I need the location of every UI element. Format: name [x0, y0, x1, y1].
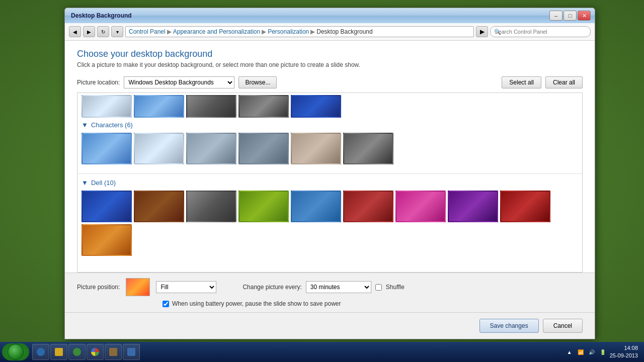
- characters-header: ▼ Characters (6): [82, 121, 578, 129]
- clear-all-button[interactable]: Clear all: [545, 76, 583, 88]
- folder-icon: [55, 348, 63, 356]
- battery-label: When using battery power, pause the slid…: [172, 300, 341, 307]
- characters-arrow[interactable]: ▼: [82, 121, 88, 129]
- dell-grid: [82, 191, 578, 260]
- thumb-partial-4[interactable]: [238, 95, 289, 118]
- battery-row: When using battery power, pause the slid…: [163, 300, 583, 307]
- minimize-button[interactable]: –: [549, 11, 562, 21]
- tray-icon-volume[interactable]: 🔊: [588, 348, 596, 356]
- taskbar-item-camera[interactable]: [105, 344, 122, 360]
- search-input[interactable]: [490, 26, 591, 37]
- clock-time: 14:08: [610, 344, 638, 352]
- browse-button[interactable]: Browse...: [238, 76, 277, 88]
- taskbar-item-desktop[interactable]: [123, 344, 140, 360]
- breadcrumb-personalization[interactable]: Personalization: [268, 28, 309, 35]
- dell-thumb-8[interactable]: [448, 191, 498, 222]
- tray-icon-battery[interactable]: 🔋: [599, 348, 607, 356]
- refresh-button[interactable]: ↻: [97, 26, 109, 37]
- thumb-partial-1[interactable]: [82, 95, 132, 118]
- battery-checkbox[interactable]: [163, 301, 169, 307]
- characters-section: ▼ Characters (6) Characters img19: [77, 118, 582, 171]
- change-label: Change picture every:: [243, 284, 301, 291]
- gallery-area[interactable]: ▼ Characters (6) Characters img19: [77, 93, 583, 273]
- maximize-button[interactable]: □: [564, 11, 577, 21]
- dell-thumb-5[interactable]: [291, 191, 341, 222]
- cancel-button[interactable]: Cancel: [543, 319, 583, 333]
- back-button[interactable]: ◀: [69, 26, 81, 37]
- characters-thumb-5[interactable]: [291, 133, 341, 164]
- forward-button[interactable]: ▶: [83, 26, 95, 37]
- taskbar-item-ie[interactable]: [32, 344, 49, 360]
- search-wrapper: 🔍: [490, 26, 591, 37]
- characters-grid: Characters img19: [82, 133, 578, 168]
- characters-thumb-4[interactable]: [238, 133, 289, 164]
- media-icon: [73, 348, 81, 356]
- system-clock: 14:08 25-09-2013: [610, 344, 638, 360]
- taskbar-item-chrome[interactable]: [87, 344, 104, 360]
- interval-select[interactable]: 30 minutes 10 minutes 1 hour: [306, 281, 371, 293]
- taskbar: ▲ 📶 🔊 🔋 14:08 25-09-2013: [0, 342, 644, 362]
- breadcrumb-control-panel[interactable]: Control Panel: [129, 28, 166, 35]
- shuffle-label: Shuffle: [386, 284, 405, 291]
- dell-header: ▼ Dell (10): [82, 179, 578, 187]
- dell-label: Dell (10): [91, 179, 116, 187]
- position-label: Picture position:: [77, 284, 120, 291]
- start-button[interactable]: [2, 343, 29, 360]
- dell-thumb-7[interactable]: [395, 191, 446, 222]
- start-orb: [8, 344, 24, 360]
- position-preview[interactable]: [126, 278, 150, 296]
- dell-thumb-4[interactable]: [238, 191, 289, 222]
- location-select[interactable]: Windows Desktop Backgrounds: [124, 76, 234, 88]
- address-path[interactable]: Control Panel ▶ Appearance and Personali…: [125, 26, 474, 37]
- dell-thumb-6[interactable]: [343, 191, 393, 222]
- bottom-controls: Picture position: Fill Fit Stretch Tile …: [65, 273, 595, 312]
- content-area: Choose your desktop background Click a p…: [65, 41, 595, 312]
- characters-thumb-6[interactable]: Characters img19: [343, 133, 393, 164]
- dell-thumb-3[interactable]: [186, 191, 236, 222]
- dell-arrow[interactable]: ▼: [82, 179, 88, 187]
- save-button[interactable]: Save changes: [479, 319, 539, 333]
- dell-thumb-1[interactable]: [82, 191, 132, 222]
- thumb-partial-5[interactable]: [291, 95, 341, 118]
- page-header: Choose your desktop background Click a p…: [65, 41, 595, 72]
- characters-label: Characters (6): [91, 121, 133, 129]
- page-title: Choose your desktop background: [77, 49, 583, 59]
- breadcrumb-appearance[interactable]: Appearance and Personalization: [173, 28, 260, 35]
- clock-date: 25-09-2013: [610, 352, 638, 359]
- characters-thumb-3[interactable]: [186, 133, 236, 164]
- dell-thumb-10[interactable]: [82, 224, 132, 256]
- address-bar: ◀ ▶ ↻ ▾ Control Panel ▶ Appearance and P…: [65, 23, 595, 41]
- taskbar-item-folder[interactable]: [50, 344, 67, 360]
- close-button[interactable]: ✕: [578, 11, 591, 21]
- dell-thumb-2[interactable]: [134, 191, 184, 222]
- tray-icon-1[interactable]: ▲: [566, 348, 574, 356]
- thumb-partial-3[interactable]: [186, 95, 236, 118]
- camera-icon: [109, 348, 117, 356]
- dell-thumb-9[interactable]: [500, 191, 550, 222]
- dell-section: ▼ Dell (10): [77, 176, 582, 263]
- window-title: Desktop Background: [69, 12, 548, 19]
- shuffle-checkbox[interactable]: [375, 284, 382, 291]
- position-row: Picture position: Fill Fit Stretch Tile …: [77, 278, 583, 296]
- breadcrumb-current: Desktop Background: [316, 28, 372, 35]
- taskbar-item-media[interactable]: [68, 344, 86, 360]
- section-divider: [77, 173, 582, 174]
- thumb-partial-2[interactable]: [134, 95, 184, 118]
- controls-bar: Picture location: Windows Desktop Backgr…: [65, 72, 595, 93]
- main-window: Desktop Background – □ ✕ ◀ ▶ ↻ ▾ Control…: [64, 8, 595, 339]
- recent-button[interactable]: ▾: [111, 26, 123, 37]
- position-select[interactable]: Fill Fit Stretch Tile Center: [156, 281, 216, 293]
- select-all-button[interactable]: Select all: [502, 76, 541, 88]
- go-button[interactable]: ▶: [476, 26, 488, 37]
- image-tooltip: Characters img19: [392, 139, 393, 156]
- tray-icon-network[interactable]: 📶: [577, 348, 585, 356]
- system-tray: ▲ 📶 🔊 🔋 14:08 25-09-2013: [561, 344, 642, 360]
- chrome-icon: [91, 348, 99, 356]
- desktop-icon: [127, 348, 135, 356]
- ie-icon: [37, 348, 45, 356]
- location-label: Picture location:: [77, 79, 120, 86]
- characters-thumb-1[interactable]: [82, 133, 132, 164]
- search-icon: 🔍: [494, 29, 501, 35]
- characters-thumb-2[interactable]: [134, 133, 184, 164]
- title-bar: Desktop Background – □ ✕: [65, 8, 595, 23]
